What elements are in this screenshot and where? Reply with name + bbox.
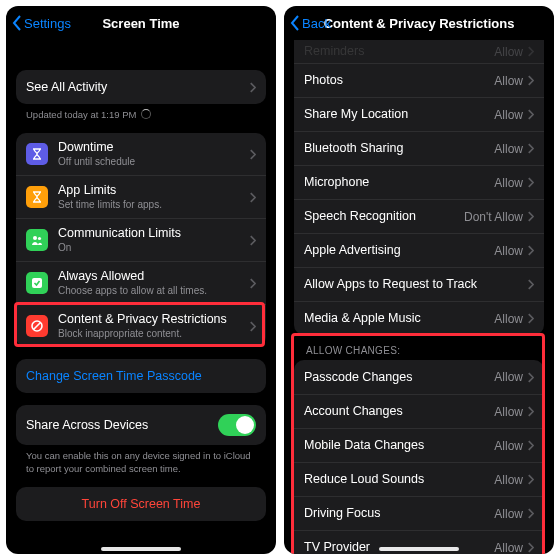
- privacy-row[interactable]: Allow Apps to Request to Track: [294, 267, 544, 301]
- row-value: Allow: [494, 74, 523, 88]
- settings-row-downtime[interactable]: DowntimeOff until schedule: [16, 133, 266, 175]
- chevron-right-icon: [249, 149, 256, 160]
- chevron-right-icon: [249, 235, 256, 246]
- row-value: Don't Allow: [464, 210, 523, 224]
- chevron-right-icon: [249, 278, 256, 289]
- row-value: Allow: [494, 405, 523, 419]
- navbar: Settings Screen Time: [6, 6, 276, 40]
- changes-row[interactable]: Passcode ChangesAllow: [294, 360, 544, 394]
- home-indicator: [101, 547, 181, 551]
- row-title: Share My Location: [304, 107, 494, 122]
- row-title: App Limits: [58, 183, 249, 198]
- row-value: Allow: [494, 244, 523, 258]
- change-passcode-row[interactable]: Change Screen Time Passcode: [16, 359, 266, 393]
- privacy-row[interactable]: PhotosAllow: [294, 63, 544, 97]
- changes-row[interactable]: Driving FocusAllow: [294, 496, 544, 530]
- svg-point-0: [33, 236, 37, 240]
- changes-row[interactable]: Reduce Loud SoundsAllow: [294, 462, 544, 496]
- row-title: Driving Focus: [304, 506, 494, 521]
- privacy-row[interactable]: Bluetooth SharingAllow: [294, 131, 544, 165]
- chevron-left-icon: [12, 15, 22, 31]
- privacy-row[interactable]: MicrophoneAllow: [294, 165, 544, 199]
- activity-group: See All Activity: [16, 70, 266, 104]
- row-title: Downtime: [58, 140, 249, 155]
- back-label: Settings: [24, 16, 71, 31]
- row-subtitle: Choose apps to allow at all times.: [58, 285, 249, 297]
- chevron-left-icon: [290, 15, 300, 31]
- row-subtitle: Set time limits for apps.: [58, 199, 249, 211]
- row-subtitle: On: [58, 242, 249, 254]
- row-title: Reduce Loud Sounds: [304, 472, 494, 487]
- privacy-group: Reminders Allow PhotosAllowShare My Loca…: [294, 40, 544, 335]
- changes-row[interactable]: Account ChangesAllow: [294, 394, 544, 428]
- page-title: Screen Time: [102, 16, 179, 31]
- row-value: Allow: [494, 541, 523, 555]
- row-title: Microphone: [304, 175, 494, 190]
- turn-off-row[interactable]: Turn Off Screen Time: [16, 487, 266, 521]
- people-icon: [26, 229, 48, 251]
- privacy-row[interactable]: Speech RecognitionDon't Allow: [294, 199, 544, 233]
- chevron-right-icon: [527, 75, 534, 86]
- row-title: Passcode Changes: [304, 370, 494, 385]
- content: See All Activity Updated today at 1:19 P…: [6, 40, 276, 554]
- check-icon: [26, 272, 48, 294]
- chevron-right-icon: [527, 508, 534, 519]
- see-all-activity-row[interactable]: See All Activity: [16, 70, 266, 104]
- chevron-right-icon: [527, 211, 534, 222]
- home-indicator: [379, 547, 459, 551]
- settings-row-content-privacy-restrictions[interactable]: Content & Privacy RestrictionsBlock inap…: [16, 304, 266, 347]
- row-title: Speech Recognition: [304, 209, 464, 224]
- share-footer: You can enable this on any device signed…: [16, 445, 266, 475]
- content: Reminders Allow PhotosAllowShare My Loca…: [284, 40, 554, 554]
- passcode-group: Change Screen Time Passcode: [16, 359, 266, 393]
- row-value: Allow: [494, 108, 523, 122]
- chevron-right-icon: [527, 372, 534, 383]
- svg-rect-2: [32, 278, 42, 288]
- row-title: Content & Privacy Restrictions: [58, 312, 249, 327]
- share-toggle[interactable]: [218, 414, 256, 436]
- share-across-devices-row[interactable]: Share Across Devices: [16, 405, 266, 445]
- privacy-row[interactable]: Media & Apple MusicAllow: [294, 301, 544, 335]
- spinner-icon: [141, 109, 151, 119]
- row-title: Communication Limits: [58, 226, 249, 241]
- back-button[interactable]: Settings: [12, 6, 71, 40]
- row-subtitle: Off until schedule: [58, 156, 249, 168]
- row-title: Photos: [304, 73, 494, 88]
- back-button[interactable]: Back: [290, 6, 331, 40]
- list-row[interactable]: Reminders Allow: [294, 40, 544, 63]
- row-subtitle: Block inappropriate content.: [58, 328, 249, 340]
- change-passcode-label: Change Screen Time Passcode: [26, 369, 202, 384]
- row-title: Mobile Data Changes: [304, 438, 494, 453]
- see-all-label: See All Activity: [26, 80, 249, 95]
- changes-group: Passcode ChangesAllowAccount ChangesAllo…: [294, 360, 544, 554]
- row-value: Allow: [494, 473, 523, 487]
- chevron-right-icon: [527, 313, 534, 324]
- updated-footer: Updated today at 1:19 PM: [16, 104, 266, 121]
- row-value: Allow: [494, 439, 523, 453]
- limits-group: DowntimeOff until scheduleApp LimitsSet …: [16, 133, 266, 347]
- row-value: Allow: [494, 507, 523, 521]
- chevron-right-icon: [527, 440, 534, 451]
- chevron-right-icon: [249, 82, 256, 93]
- row-title: Allow Apps to Request to Track: [304, 277, 527, 292]
- settings-row-app-limits[interactable]: App LimitsSet time limits for apps.: [16, 175, 266, 218]
- chevron-right-icon: [527, 109, 534, 120]
- turnoff-group: Turn Off Screen Time: [16, 487, 266, 521]
- back-label: Back: [302, 16, 331, 31]
- changes-row[interactable]: Mobile Data ChangesAllow: [294, 428, 544, 462]
- chevron-right-icon: [527, 46, 534, 57]
- row-title: Bluetooth Sharing: [304, 141, 494, 156]
- row-value: Allow: [494, 370, 523, 384]
- hourglass-icon: [26, 143, 48, 165]
- row-value: Allow: [494, 312, 523, 326]
- privacy-row[interactable]: Share My LocationAllow: [294, 97, 544, 131]
- svg-point-1: [38, 237, 41, 240]
- settings-row-always-allowed[interactable]: Always AllowedChoose apps to allow at al…: [16, 261, 266, 304]
- turn-off-label: Turn Off Screen Time: [82, 497, 201, 511]
- restrictions-phone: Back Content & Privacy Restrictions Remi…: [284, 6, 554, 554]
- privacy-row[interactable]: Apple AdvertisingAllow: [294, 233, 544, 267]
- row-title: Apple Advertising: [304, 243, 494, 258]
- settings-row-communication-limits[interactable]: Communication LimitsOn: [16, 218, 266, 261]
- row-value: Allow: [494, 176, 523, 190]
- chevron-right-icon: [527, 245, 534, 256]
